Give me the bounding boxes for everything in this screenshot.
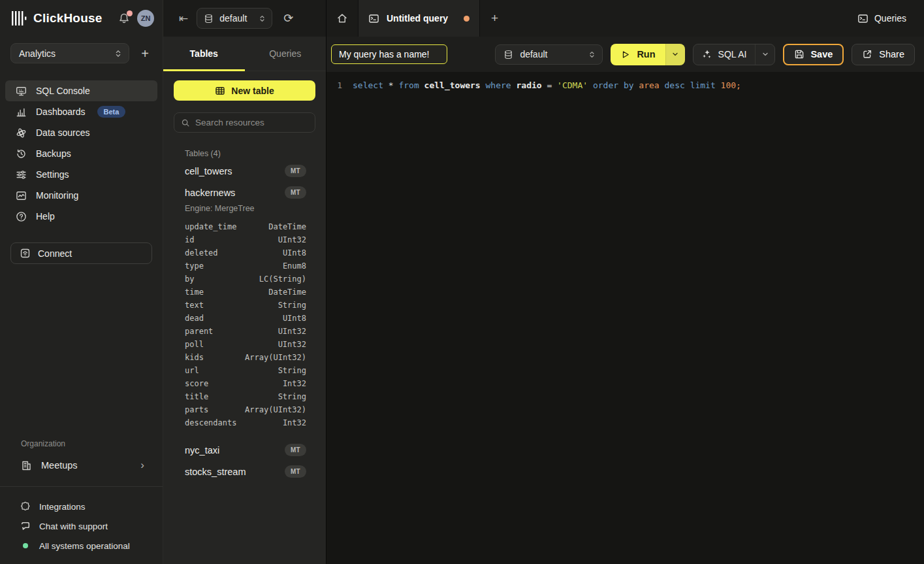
table-grid-icon: [215, 86, 225, 96]
column-row[interactable]: typeEnum8: [185, 259, 306, 273]
new-query-tab-button[interactable]: +: [480, 0, 509, 37]
queries-button-label: Queries: [874, 13, 906, 24]
sql-ai-button[interactable]: SQL AI: [693, 44, 756, 65]
column-row[interactable]: idUInt32: [185, 233, 306, 246]
engine-badge: MT: [285, 165, 306, 177]
connect-button[interactable]: Connect: [10, 242, 152, 264]
code-token: 100: [721, 80, 736, 90]
tab-tables[interactable]: Tables: [163, 37, 245, 71]
queries-button[interactable]: Queries: [840, 0, 924, 37]
column-row[interactable]: update_timeDateTime: [185, 220, 306, 233]
sidebar-item-chat-support[interactable]: Chat with support: [0, 516, 163, 536]
main-area: Untitled query + Queries default: [327, 0, 924, 564]
table-row-hackernews[interactable]: hackernews MT: [174, 182, 315, 203]
home-button[interactable]: [327, 0, 358, 37]
column-type: UInt32: [278, 235, 306, 244]
column-row[interactable]: urlString: [185, 364, 306, 377]
column-row[interactable]: titleString: [185, 390, 306, 403]
sidebar-item-monitoring[interactable]: Monitoring: [5, 185, 157, 206]
search-box: [174, 112, 315, 133]
refresh-icon[interactable]: ⟳: [283, 11, 293, 25]
sql-ai-button-label: SQL AI: [718, 49, 747, 59]
column-row[interactable]: parentUInt32: [185, 325, 306, 338]
column-name: url: [185, 366, 199, 375]
column-name: poll: [185, 340, 204, 349]
column-row[interactable]: scoreInt32: [185, 377, 306, 390]
sidebar-item-backups[interactable]: Backups: [5, 143, 157, 164]
service-select[interactable]: default: [197, 8, 272, 29]
sidebar-item-label: Monitoring: [36, 190, 78, 201]
column-row[interactable]: deletedUInt8: [185, 246, 306, 259]
column-row[interactable]: descendantsInt32: [185, 416, 306, 429]
notifications-bell-icon[interactable]: [117, 11, 131, 25]
table-row-stocks-stream[interactable]: stocks_stream MT: [174, 461, 315, 482]
sidebar-top: ClickHouse ZN: [0, 0, 163, 37]
run-button[interactable]: Run: [611, 44, 665, 65]
run-button-group: Run: [611, 44, 684, 65]
avatar[interactable]: ZN: [137, 10, 154, 27]
column-name: by: [185, 274, 194, 284]
column-name: id: [185, 235, 194, 244]
column-row[interactable]: pollUInt32: [185, 338, 306, 351]
code-token: order: [593, 80, 624, 90]
add-workspace-button[interactable]: +: [138, 47, 152, 60]
column-type: Int32: [283, 379, 306, 388]
sidebar-item-label: Settings: [36, 169, 69, 180]
column-name: time: [185, 288, 204, 297]
column-type: Array(UInt32): [245, 353, 306, 362]
sidebar-item-system-status[interactable]: All systems operational: [0, 536, 163, 556]
sidebar-item-integrations[interactable]: Integrations: [0, 497, 163, 516]
share-button[interactable]: Share: [852, 44, 915, 65]
column-type: Array(UInt32): [245, 405, 306, 414]
engine-badge: MT: [285, 186, 306, 199]
column-row[interactable]: partsArray(UInt32): [185, 403, 306, 416]
column-row[interactable]: timeDateTime: [185, 286, 306, 299]
column-type: Enum8: [283, 261, 306, 271]
table-name: stocks_stream: [185, 467, 246, 477]
run-options-caret[interactable]: [665, 44, 685, 65]
database-select[interactable]: default: [495, 44, 603, 65]
column-name: descendants: [185, 418, 236, 427]
query-name-input[interactable]: [331, 44, 447, 64]
sidebar-item-help[interactable]: Help: [5, 206, 157, 227]
table-row-cell-towers[interactable]: cell_towers MT: [174, 160, 315, 182]
sidebar-item-settings[interactable]: Settings: [5, 164, 157, 185]
column-row[interactable]: textString: [185, 299, 306, 312]
column-type: String: [278, 301, 306, 310]
column-row[interactable]: deadUInt8: [185, 312, 306, 325]
column-row[interactable]: byLC(String): [185, 273, 306, 286]
chevron-right-icon: ›: [140, 459, 144, 472]
puzzle-icon: [20, 501, 31, 512]
explorer-body: New table Tables (4) cell_towers MT hack…: [163, 71, 326, 482]
sidebar-item-meetups[interactable]: Meetups ›: [0, 454, 163, 477]
new-table-button[interactable]: New table: [174, 80, 315, 101]
save-button[interactable]: Save: [783, 44, 844, 65]
table-name: nyc_taxi: [185, 445, 219, 456]
table-row-nyc-taxi[interactable]: nyc_taxi MT: [174, 439, 315, 461]
sql-editor[interactable]: 1 select * from cell_towers where radio …: [327, 72, 924, 564]
sidebar-item-sql-console[interactable]: SQL Console: [5, 80, 157, 101]
query-tab[interactable]: Untitled query: [358, 0, 480, 37]
code-token: *: [389, 80, 399, 90]
code-token: ;: [736, 80, 741, 90]
sidebar-nav: SQL Console Dashboards Beta Data sources: [0, 71, 163, 227]
sql-ai-options-caret[interactable]: [755, 44, 774, 65]
workspace-select-value: Analytics: [19, 48, 56, 59]
collapse-panel-icon[interactable]: ⇤: [179, 12, 188, 25]
table-name: cell_towers: [185, 166, 232, 176]
sidebar-item-dashboards[interactable]: Dashboards Beta: [5, 101, 157, 122]
sidebar-item-data-sources[interactable]: Data sources: [5, 122, 157, 143]
column-name: update_time: [185, 222, 236, 231]
column-name: parts: [185, 405, 208, 414]
code-token: desc: [665, 80, 690, 90]
column-type: String: [278, 392, 306, 401]
workspace-select[interactable]: Analytics: [10, 43, 129, 63]
tab-queries[interactable]: Queries: [245, 37, 327, 71]
search-input[interactable]: [195, 118, 308, 127]
sidebar-item-label: Data sources: [36, 127, 89, 138]
data-sources-icon: [16, 127, 27, 139]
play-icon: [620, 50, 630, 59]
sidebar-item-label: Help: [36, 211, 55, 222]
column-row[interactable]: kidsArray(UInt32): [185, 351, 306, 364]
sql-ai-button-group: SQL AI: [693, 44, 776, 65]
